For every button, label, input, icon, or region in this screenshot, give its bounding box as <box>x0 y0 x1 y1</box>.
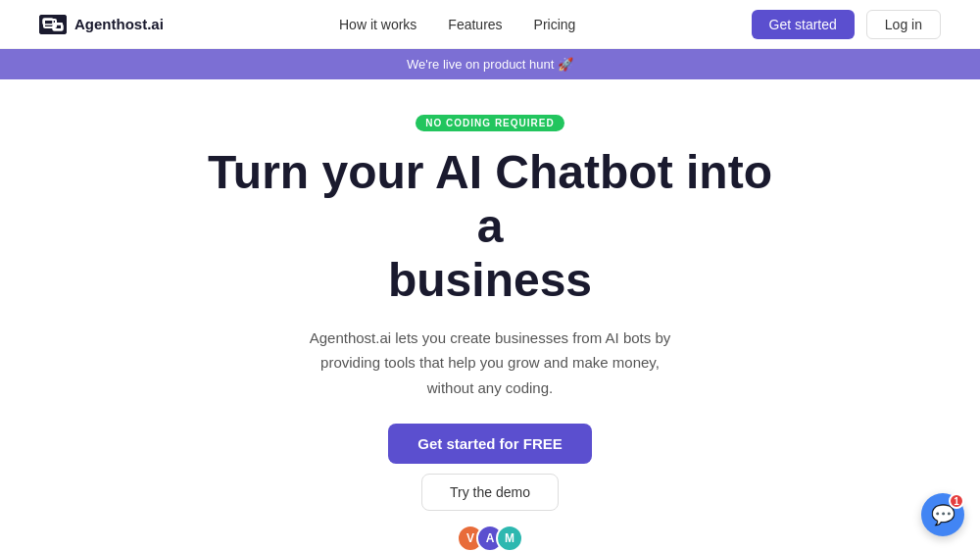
nav-login-button[interactable]: Log in <box>866 10 941 39</box>
nav-features[interactable]: Features <box>448 17 502 32</box>
nav-links: How it works Features Pricing <box>339 17 575 32</box>
logo-icon <box>39 15 67 34</box>
svg-rect-1 <box>43 19 53 25</box>
try-demo-button[interactable]: Try the demo <box>421 474 559 511</box>
nav-how-it-works[interactable]: How it works <box>339 17 416 32</box>
nav-pricing[interactable]: Pricing <box>534 17 576 32</box>
user-avatars: V A M <box>457 525 523 552</box>
navbar: Agenthost.ai How it works Features Prici… <box>0 0 980 49</box>
no-coding-badge: NO CODING REQUIRED <box>416 115 564 131</box>
hero-subtitle: Agenthost.ai lets you create businesses … <box>304 326 676 401</box>
logo[interactable]: Agenthost.ai <box>39 15 164 34</box>
hero-section: NO CODING REQUIRED Turn your AI Chatbot … <box>0 79 980 552</box>
banner-text: We're live on product hunt 🚀 <box>407 57 573 72</box>
product-hunt-banner[interactable]: We're live on product hunt 🚀 <box>0 49 980 79</box>
nav-get-started-button[interactable]: Get started <box>752 10 855 39</box>
avatar-3: M <box>496 525 523 552</box>
logo-text: Agenthost.ai <box>74 16 164 32</box>
floating-chat-bubble[interactable]: 💬 1 <box>921 493 964 536</box>
trust-section: V A M Trusted by 1,000+ users <box>421 525 559 552</box>
nav-actions: Get started Log in <box>752 10 941 39</box>
svg-rect-2 <box>53 25 63 30</box>
hero-cta-button[interactable]: Get started for FREE <box>388 424 592 464</box>
svg-rect-0 <box>39 15 67 34</box>
hero-title: Turn your AI Chatbot into a business <box>196 145 784 308</box>
chat-notification-badge: 1 <box>949 493 964 509</box>
